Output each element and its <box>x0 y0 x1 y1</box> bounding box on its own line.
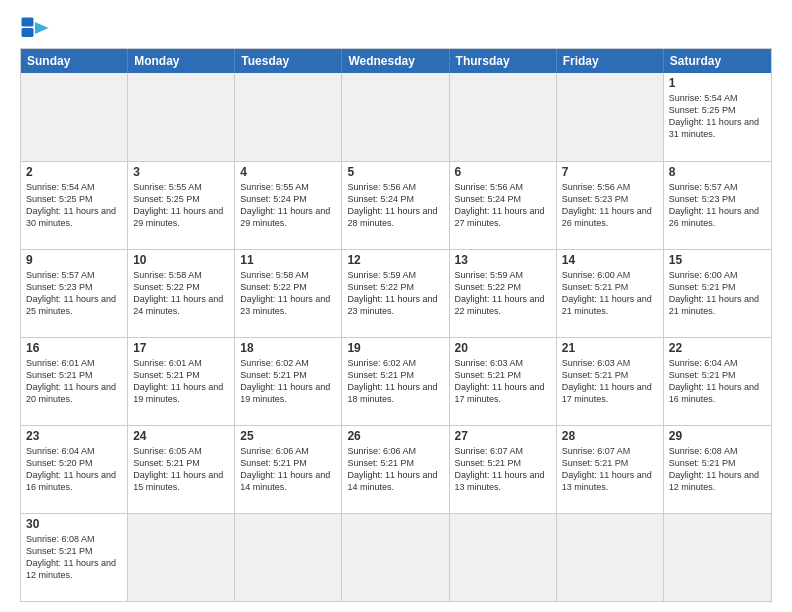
day-number: 20 <box>455 341 551 355</box>
svg-rect-0 <box>22 18 34 27</box>
day-info: Sunrise: 6:04 AM Sunset: 5:20 PM Dayligh… <box>26 445 122 494</box>
page: SundayMondayTuesdayWednesdayThursdayFrid… <box>0 0 792 612</box>
calendar-cell-empty <box>450 514 557 601</box>
day-number: 13 <box>455 253 551 267</box>
calendar-cell-day-28: 28Sunrise: 6:07 AM Sunset: 5:21 PM Dayli… <box>557 426 664 513</box>
calendar: SundayMondayTuesdayWednesdayThursdayFrid… <box>20 48 772 602</box>
day-number: 12 <box>347 253 443 267</box>
day-number: 1 <box>669 76 766 90</box>
calendar-cell-day-27: 27Sunrise: 6:07 AM Sunset: 5:21 PM Dayli… <box>450 426 557 513</box>
calendar-cell-day-26: 26Sunrise: 6:06 AM Sunset: 5:21 PM Dayli… <box>342 426 449 513</box>
calendar-row-4: 23Sunrise: 6:04 AM Sunset: 5:20 PM Dayli… <box>21 425 771 513</box>
calendar-cell-empty <box>235 73 342 161</box>
day-number: 29 <box>669 429 766 443</box>
day-number: 6 <box>455 165 551 179</box>
day-info: Sunrise: 6:08 AM Sunset: 5:21 PM Dayligh… <box>26 533 122 582</box>
calendar-cell-day-1: 1Sunrise: 5:54 AM Sunset: 5:25 PM Daylig… <box>664 73 771 161</box>
day-info: Sunrise: 6:05 AM Sunset: 5:21 PM Dayligh… <box>133 445 229 494</box>
calendar-cell-empty <box>235 514 342 601</box>
day-number: 4 <box>240 165 336 179</box>
calendar-row-5: 30Sunrise: 6:08 AM Sunset: 5:21 PM Dayli… <box>21 513 771 601</box>
day-info: Sunrise: 6:00 AM Sunset: 5:21 PM Dayligh… <box>669 269 766 318</box>
day-number: 23 <box>26 429 122 443</box>
day-info: Sunrise: 5:59 AM Sunset: 5:22 PM Dayligh… <box>455 269 551 318</box>
calendar-row-2: 9Sunrise: 5:57 AM Sunset: 5:23 PM Daylig… <box>21 249 771 337</box>
day-number: 11 <box>240 253 336 267</box>
calendar-cell-day-14: 14Sunrise: 6:00 AM Sunset: 5:21 PM Dayli… <box>557 250 664 337</box>
calendar-cell-day-29: 29Sunrise: 6:08 AM Sunset: 5:21 PM Dayli… <box>664 426 771 513</box>
day-info: Sunrise: 5:58 AM Sunset: 5:22 PM Dayligh… <box>240 269 336 318</box>
day-number: 27 <box>455 429 551 443</box>
day-number: 18 <box>240 341 336 355</box>
day-info: Sunrise: 6:02 AM Sunset: 5:21 PM Dayligh… <box>240 357 336 406</box>
day-info: Sunrise: 6:04 AM Sunset: 5:21 PM Dayligh… <box>669 357 766 406</box>
day-number: 19 <box>347 341 443 355</box>
calendar-row-3: 16Sunrise: 6:01 AM Sunset: 5:21 PM Dayli… <box>21 337 771 425</box>
day-number: 28 <box>562 429 658 443</box>
day-number: 14 <box>562 253 658 267</box>
calendar-cell-day-19: 19Sunrise: 6:02 AM Sunset: 5:21 PM Dayli… <box>342 338 449 425</box>
calendar-cell-day-10: 10Sunrise: 5:58 AM Sunset: 5:22 PM Dayli… <box>128 250 235 337</box>
calendar-cell-day-6: 6Sunrise: 5:56 AM Sunset: 5:24 PM Daylig… <box>450 162 557 249</box>
day-info: Sunrise: 5:54 AM Sunset: 5:25 PM Dayligh… <box>669 92 766 141</box>
svg-marker-2 <box>35 22 49 34</box>
calendar-cell-day-8: 8Sunrise: 5:57 AM Sunset: 5:23 PM Daylig… <box>664 162 771 249</box>
calendar-cell-day-21: 21Sunrise: 6:03 AM Sunset: 5:21 PM Dayli… <box>557 338 664 425</box>
day-info: Sunrise: 6:03 AM Sunset: 5:21 PM Dayligh… <box>455 357 551 406</box>
calendar-cell-day-3: 3Sunrise: 5:55 AM Sunset: 5:25 PM Daylig… <box>128 162 235 249</box>
calendar-cell-day-16: 16Sunrise: 6:01 AM Sunset: 5:21 PM Dayli… <box>21 338 128 425</box>
weekday-header-tuesday: Tuesday <box>235 49 342 73</box>
day-info: Sunrise: 5:56 AM Sunset: 5:24 PM Dayligh… <box>455 181 551 230</box>
day-number: 7 <box>562 165 658 179</box>
day-info: Sunrise: 5:57 AM Sunset: 5:23 PM Dayligh… <box>669 181 766 230</box>
calendar-cell-empty <box>557 514 664 601</box>
day-info: Sunrise: 6:02 AM Sunset: 5:21 PM Dayligh… <box>347 357 443 406</box>
day-info: Sunrise: 5:56 AM Sunset: 5:23 PM Dayligh… <box>562 181 658 230</box>
calendar-cell-empty <box>21 73 128 161</box>
day-number: 21 <box>562 341 658 355</box>
day-number: 17 <box>133 341 229 355</box>
calendar-cell-day-18: 18Sunrise: 6:02 AM Sunset: 5:21 PM Dayli… <box>235 338 342 425</box>
calendar-cell-empty <box>664 514 771 601</box>
calendar-cell-day-22: 22Sunrise: 6:04 AM Sunset: 5:21 PM Dayli… <box>664 338 771 425</box>
weekday-header-thursday: Thursday <box>450 49 557 73</box>
day-info: Sunrise: 6:06 AM Sunset: 5:21 PM Dayligh… <box>347 445 443 494</box>
weekday-header-monday: Monday <box>128 49 235 73</box>
day-number: 26 <box>347 429 443 443</box>
day-info: Sunrise: 6:08 AM Sunset: 5:21 PM Dayligh… <box>669 445 766 494</box>
calendar-row-0: 1Sunrise: 5:54 AM Sunset: 5:25 PM Daylig… <box>21 73 771 161</box>
svg-rect-1 <box>22 28 34 37</box>
day-info: Sunrise: 5:56 AM Sunset: 5:24 PM Dayligh… <box>347 181 443 230</box>
day-info: Sunrise: 5:58 AM Sunset: 5:22 PM Dayligh… <box>133 269 229 318</box>
calendar-cell-empty <box>557 73 664 161</box>
day-number: 10 <box>133 253 229 267</box>
weekday-header-friday: Friday <box>557 49 664 73</box>
calendar-cell-day-20: 20Sunrise: 6:03 AM Sunset: 5:21 PM Dayli… <box>450 338 557 425</box>
calendar-cell-day-30: 30Sunrise: 6:08 AM Sunset: 5:21 PM Dayli… <box>21 514 128 601</box>
calendar-body: 1Sunrise: 5:54 AM Sunset: 5:25 PM Daylig… <box>21 73 771 601</box>
header <box>20 16 772 40</box>
day-info: Sunrise: 6:07 AM Sunset: 5:21 PM Dayligh… <box>562 445 658 494</box>
day-number: 15 <box>669 253 766 267</box>
calendar-cell-day-11: 11Sunrise: 5:58 AM Sunset: 5:22 PM Dayli… <box>235 250 342 337</box>
day-info: Sunrise: 5:54 AM Sunset: 5:25 PM Dayligh… <box>26 181 122 230</box>
calendar-cell-empty <box>342 73 449 161</box>
day-info: Sunrise: 6:01 AM Sunset: 5:21 PM Dayligh… <box>26 357 122 406</box>
calendar-cell-day-9: 9Sunrise: 5:57 AM Sunset: 5:23 PM Daylig… <box>21 250 128 337</box>
day-info: Sunrise: 5:55 AM Sunset: 5:25 PM Dayligh… <box>133 181 229 230</box>
day-number: 5 <box>347 165 443 179</box>
calendar-cell-day-4: 4Sunrise: 5:55 AM Sunset: 5:24 PM Daylig… <box>235 162 342 249</box>
day-number: 22 <box>669 341 766 355</box>
calendar-cell-empty <box>128 514 235 601</box>
day-info: Sunrise: 6:07 AM Sunset: 5:21 PM Dayligh… <box>455 445 551 494</box>
calendar-cell-day-7: 7Sunrise: 5:56 AM Sunset: 5:23 PM Daylig… <box>557 162 664 249</box>
calendar-cell-day-12: 12Sunrise: 5:59 AM Sunset: 5:22 PM Dayli… <box>342 250 449 337</box>
day-number: 2 <box>26 165 122 179</box>
weekday-header-wednesday: Wednesday <box>342 49 449 73</box>
day-number: 25 <box>240 429 336 443</box>
calendar-cell-day-2: 2Sunrise: 5:54 AM Sunset: 5:25 PM Daylig… <box>21 162 128 249</box>
day-number: 30 <box>26 517 122 531</box>
day-info: Sunrise: 5:59 AM Sunset: 5:22 PM Dayligh… <box>347 269 443 318</box>
day-number: 16 <box>26 341 122 355</box>
day-number: 3 <box>133 165 229 179</box>
